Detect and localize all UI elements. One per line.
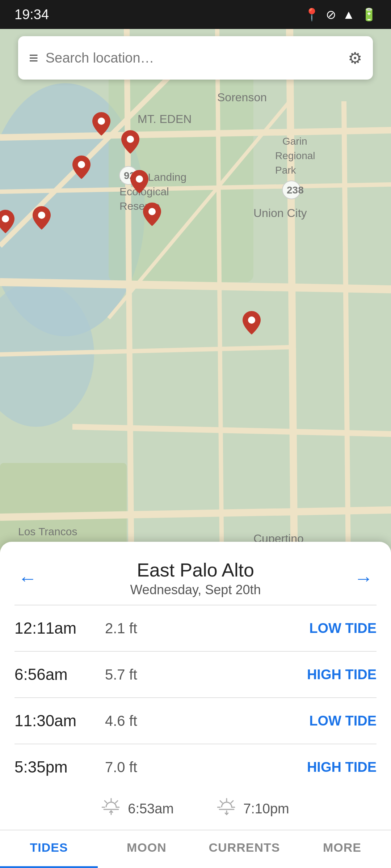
location-icon: 📍 [304,7,319,22]
location-date: Wednesday, Sept 20th [41,582,350,597]
map-marker-8 [0,210,14,235]
tab-more[interactable]: MORE [293,830,391,868]
tab-moon[interactable]: MOON [98,830,196,868]
map-marker-3 [72,156,91,180]
tide-label-2: HIGH TIDE [297,667,377,682]
svg-point-51 [98,118,105,125]
map-marker-1 [92,112,110,137]
tide-height-3: 4.6 ft [105,713,286,729]
tide-time-4: 5:35pm [14,758,94,776]
location-name: East Palo Alto [41,559,350,581]
map-marker-5 [143,203,161,227]
tide-height-1: 2.1 ft [105,620,286,637]
svg-point-58 [2,215,9,222]
tab-tides[interactable]: TIDES [0,830,98,868]
battery-icon: 🔋 [361,7,377,22]
wifi-icon: ▲ [342,8,355,22]
svg-point-57 [248,316,255,324]
tab-currents[interactable]: CURRENTS [196,830,293,868]
svg-line-71 [231,801,233,803]
tide-row-2: 6:56am 5.7 ft HIGH TIDE [0,652,391,697]
settings-icon[interactable]: ⚙ [348,49,362,67]
tide-row-3: 11:30am 4.6 ft LOW TIDE [0,698,391,744]
tide-label-1: LOW TIDE [297,621,377,636]
tide-label-4: HIGH TIDE [297,760,377,775]
search-input[interactable] [46,50,341,66]
svg-point-54 [136,175,143,183]
svg-line-60 [115,801,118,803]
sunset-time: 7:10pm [243,801,289,817]
tide-time-1: 12:11am [14,619,94,637]
svg-point-53 [78,161,85,168]
map-marker-7 [243,311,261,336]
map-marker-6 [33,206,51,231]
menu-icon[interactable]: ≡ [29,49,38,67]
map-marker-2 [121,130,139,155]
svg-text:Los Trancos: Los Trancos [18,526,77,537]
svg-text:Regional: Regional [275,150,315,161]
svg-text:Garin: Garin [282,136,307,147]
svg-text:Sorenson: Sorenson [217,91,267,104]
svg-text:238: 238 [287,184,304,196]
svg-line-74 [220,801,222,803]
tide-height-2: 5.7 ft [105,667,286,683]
next-day-button[interactable]: → [350,565,377,591]
tide-time-2: 6:56am [14,665,94,684]
bottom-sheet: ← East Palo Alto Wednesday, Sept 20th → … [0,542,391,868]
location-header: ← East Palo Alto Wednesday, Sept 20th → [0,542,391,605]
status-bar: 19:34 📍 ⊘ ▲ 🔋 [0,0,391,29]
tide-label-3: LOW TIDE [297,713,377,729]
map-marker-4 [130,170,148,195]
svg-point-55 [148,208,156,215]
dnd-icon: ⊘ [326,7,336,22]
prev-day-button[interactable]: ← [14,565,41,591]
tab-bar: TIDES MOON CURRENTS MORE [0,830,391,868]
svg-text:Union City: Union City [253,207,307,220]
svg-point-56 [38,212,45,219]
tide-row-4: 5:35pm 7.0 ft HIGH TIDE [0,744,391,790]
sunrise-icon [102,797,121,820]
tide-row-1: 12:11am 2.1 ft LOW TIDE [0,605,391,651]
status-time: 19:34 [14,7,49,22]
tide-height-4: 7.0 ft [105,759,286,775]
sunrise-info: 6:53am [102,797,174,820]
svg-text:MT. EDEN: MT. EDEN [138,112,192,125]
svg-point-52 [127,136,134,143]
tide-time-3: 11:30am [14,712,94,730]
sunrise-time: 6:53am [128,801,174,817]
svg-text:Park: Park [275,165,297,176]
sunset-info: 7:10pm [217,797,289,820]
svg-line-63 [105,801,107,803]
status-icons: 📍 ⊘ ▲ 🔋 [304,7,377,22]
location-info: East Palo Alto Wednesday, Sept 20th [41,559,350,597]
sunset-icon [217,797,236,820]
search-bar: ≡ ⚙ [18,36,373,80]
sun-info: 6:53am [0,790,391,824]
